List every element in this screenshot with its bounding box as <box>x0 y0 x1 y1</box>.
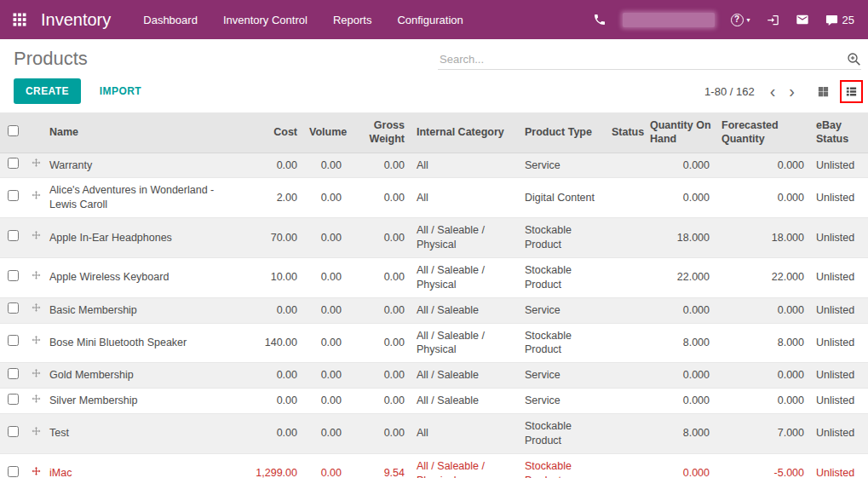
cell-cost: 140.00 <box>249 323 306 363</box>
drag-handle-icon[interactable] <box>31 270 42 281</box>
cell-ebay-status: Unlisted <box>813 323 868 363</box>
cell-internal-category: All / Saleable <box>413 389 521 414</box>
cell-product-type: Service <box>521 153 608 178</box>
cell-volume: 0.00 <box>306 363 350 389</box>
pager-next-button[interactable]: › <box>782 83 802 100</box>
row-checkbox[interactable] <box>8 190 19 201</box>
column-header-volume[interactable]: Volume <box>306 112 350 153</box>
app-title[interactable]: Inventory <box>41 10 111 30</box>
row-checkbox-cell <box>0 153 26 178</box>
help-icon[interactable]: ? ▾ <box>731 14 750 26</box>
column-header-cost[interactable]: Cost <box>249 112 306 153</box>
row-checkbox[interactable] <box>8 394 19 405</box>
cell-gross-weight: 9.54 <box>350 453 413 478</box>
apps-grid-icon[interactable] <box>12 12 27 27</box>
cell-quantity-on-hand: 0.000 <box>647 453 718 478</box>
column-header-forecasted-quantity[interactable]: Forecasted Quantity <box>718 112 813 153</box>
row-checkbox[interactable] <box>8 230 19 241</box>
pager-range: 1-80 / 162 <box>704 85 755 98</box>
cell-internal-category: All / Saleable / Physical <box>413 257 521 297</box>
row-checkbox[interactable] <box>8 426 19 437</box>
messages-icon[interactable]: 25 <box>825 14 854 26</box>
menu-item-inventory-control[interactable]: Inventory Control <box>223 14 308 26</box>
cell-ebay-status: Unlisted <box>813 153 868 178</box>
import-button[interactable]: IMPORT <box>95 84 147 98</box>
select-all-checkbox[interactable] <box>8 125 19 136</box>
row-checkbox-cell <box>0 414 26 454</box>
cell-forecasted-quantity: 0.000 <box>718 297 813 323</box>
row-checkbox[interactable] <box>8 466 19 477</box>
column-header-gross-weight[interactable]: Gross Weight <box>350 112 413 153</box>
kanban-view-icon[interactable] <box>815 84 831 100</box>
phone-icon[interactable] <box>593 13 606 26</box>
table-row[interactable]: Bose Mini Bluetooth Speaker 140.00 0.00 … <box>0 323 868 363</box>
drag-handle-cell <box>26 218 46 258</box>
cell-product-type: Stockable Product <box>521 257 608 297</box>
cell-product-type: Stockable Product <box>521 218 608 258</box>
column-header-product-type[interactable]: Product Type <box>521 112 608 153</box>
drag-handle-icon[interactable] <box>31 394 42 405</box>
column-header-status[interactable]: Status <box>608 112 647 153</box>
cell-quantity-on-hand: 0.000 <box>647 389 718 414</box>
pager-prev-button[interactable]: ‹ <box>763 83 783 100</box>
cell-quantity-on-hand: 0.000 <box>647 153 718 178</box>
cell-product-type: Service <box>521 297 608 323</box>
table-row[interactable]: Silver Membership 0.00 0.00 0.00 All / S… <box>0 389 868 414</box>
cell-forecasted-quantity: 0.000 <box>718 153 813 178</box>
sign-in-icon[interactable] <box>767 14 779 26</box>
cell-volume: 0.00 <box>306 153 350 178</box>
drag-handle-cell <box>26 453 46 478</box>
cell-volume: 0.00 <box>306 453 350 478</box>
table-row[interactable]: Gold Membership 0.00 0.00 0.00 All / Sal… <box>0 363 868 389</box>
cell-name: Apple Wireless Keyboard <box>46 257 249 297</box>
table-row[interactable]: iMac 1,299.00 0.00 9.54 All / Saleable /… <box>0 453 868 478</box>
row-checkbox-cell <box>0 297 26 323</box>
row-checkbox[interactable] <box>8 368 19 379</box>
row-checkbox[interactable] <box>8 302 19 314</box>
product-table: Name Cost Volume Gross Weight Internal C… <box>0 112 868 478</box>
drag-handle-icon[interactable] <box>31 426 42 437</box>
cell-quantity-on-hand: 8.000 <box>647 414 718 454</box>
column-header-ebay-status[interactable]: eBay Status <box>813 112 868 153</box>
table-row[interactable]: Alice's Adventures in Wonderland - Lewis… <box>0 178 868 218</box>
drag-handle-icon[interactable] <box>31 302 42 314</box>
drag-handle-icon[interactable] <box>31 466 42 477</box>
cell-quantity-on-hand: 0.000 <box>647 297 718 323</box>
table-row[interactable]: Basic Membership 0.00 0.00 0.00 All / Sa… <box>0 297 868 323</box>
create-button[interactable]: CREATE <box>14 78 81 104</box>
column-header-quantity-on-hand[interactable]: Quantity On Hand <box>647 112 718 153</box>
search-icon[interactable] <box>847 52 861 66</box>
table-row[interactable]: Apple In-Ear Headphones 70.00 0.00 0.00 … <box>0 218 868 258</box>
drag-handle-icon[interactable] <box>31 368 42 379</box>
cell-cost: 10.00 <box>249 257 306 297</box>
cell-status <box>608 363 647 389</box>
cell-name: Gold Membership <box>46 363 249 389</box>
cell-volume: 0.00 <box>306 257 350 297</box>
row-checkbox-cell <box>0 218 26 258</box>
table-row[interactable]: Apple Wireless Keyboard 10.00 0.00 0.00 … <box>0 257 868 297</box>
drag-handle-icon[interactable] <box>31 230 42 241</box>
drag-handle-icon[interactable] <box>31 158 42 169</box>
drag-handle-icon[interactable] <box>31 190 42 201</box>
menu-item-reports[interactable]: Reports <box>333 14 372 26</box>
row-checkbox[interactable] <box>8 335 19 346</box>
list-view-icon[interactable] <box>843 84 859 100</box>
table-row[interactable]: Test 0.00 0.00 0.00 All Stockable Produc… <box>0 414 868 454</box>
row-checkbox[interactable] <box>8 158 19 169</box>
menu-item-configuration[interactable]: Configuration <box>397 14 463 26</box>
cell-gross-weight: 0.00 <box>350 363 413 389</box>
envelope-icon[interactable] <box>796 13 809 26</box>
row-checkbox[interactable] <box>8 270 19 281</box>
cell-ebay-status: Unlisted <box>813 218 868 258</box>
column-header-name[interactable]: Name <box>46 112 249 153</box>
cell-name: iMac <box>46 453 249 478</box>
search-input[interactable] <box>438 52 847 66</box>
row-checkbox-cell <box>0 257 26 297</box>
column-header-internal-category[interactable]: Internal Category <box>413 112 521 153</box>
cell-volume: 0.00 <box>306 297 350 323</box>
cell-ebay-status: Unlisted <box>813 389 868 414</box>
drag-handle-icon[interactable] <box>31 335 42 346</box>
table-row[interactable]: Warranty 0.00 0.00 0.00 All Service 0.00… <box>0 153 868 178</box>
cell-ebay-status: Unlisted <box>813 297 868 323</box>
menu-item-dashboard[interactable]: Dashboard <box>143 14 198 26</box>
